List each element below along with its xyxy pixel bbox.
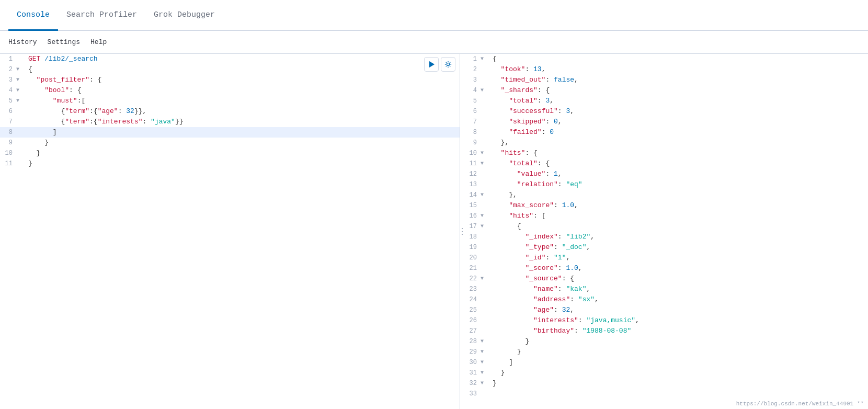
result-fold-button[interactable]: ▼ [479,357,485,368]
line-number: 11 [0,158,13,169]
fold-button[interactable]: ▼ [15,96,21,106]
result-fold-button[interactable]: ▼ [479,368,485,378]
results-panel: 1▼{2 "took": 13,3 "timed_out": false,4▼ … [464,54,868,409]
result-line-10: 10▼ "hits": { [464,148,868,158]
result-line-33: 33 [464,389,868,399]
editor-code-area[interactable]: 1GET /lib2/_search2▼{3▼ "post_filter": {… [0,54,460,409]
result-line-25: 25 "age": 32, [464,305,868,315]
result-fold-button[interactable]: ▼ [479,148,485,158]
results-code-area[interactable]: 1▼{2 "took": 13,3 "timed_out": false,4▼ … [464,54,868,409]
result-line-number: 30 [464,357,477,368]
result-line-number: 32 [464,378,477,389]
result-fold-button[interactable]: ▼ [479,336,485,347]
line-content: {"term":{"interests": "java"}} [26,117,455,127]
result-line-content: "_type": "_doc", [490,242,864,253]
result-line-number: 6 [464,106,477,117]
line-content: } [26,148,455,158]
result-line-content: "failed": 0 [490,127,864,138]
result-line-number: 27 [464,326,477,336]
result-line-content: "interests": "java,music", [490,315,864,326]
result-line-content: "_shards": { [490,85,864,96]
result-line-number: 13 [464,179,477,190]
result-line-content: "address": "sx", [490,294,864,305]
result-line-content: "successful": 3, [490,106,864,117]
result-line-13: 13 "relation": "eq" [464,179,868,190]
result-line-content: "hits": [ [490,211,864,221]
result-line-11: 11▼ "total": { [464,158,868,169]
result-line-26: 26 "interests": "java,music", [464,315,868,326]
result-fold-button[interactable]: ▼ [479,190,485,200]
result-line-content: } [490,368,864,378]
result-fold-button[interactable]: ▼ [479,85,485,96]
result-line-number: 11 [464,158,477,169]
result-fold-button[interactable]: ▼ [479,54,485,64]
result-fold-button[interactable]: ▼ [479,274,485,284]
result-line-22: 22▼ "_source": { [464,274,868,284]
result-line-number: 12 [464,169,477,179]
result-line-content: { [490,54,864,64]
result-line-number: 33 [464,389,477,399]
line-content: {"term":{"age": 32}}, [26,106,455,117]
result-line-content: "_source": { [490,274,864,284]
result-line-number: 7 [464,117,477,127]
result-line-number: 28 [464,336,477,347]
result-line-17: 17▼ { [464,221,868,232]
result-line-content: }, [490,138,864,148]
result-line-7: 7 "skipped": 0, [464,117,868,127]
result-line-24: 24 "address": "sx", [464,294,868,305]
line-number: 7 [0,117,13,127]
result-line-number: 19 [464,242,477,253]
editor-line-5: 5▼ "must":[ [0,96,460,106]
result-line-28: 28▼ } [464,336,868,347]
tab-console[interactable]: Console [8,0,58,31]
editor-line-4: 4▼ "bool": { [0,85,460,96]
result-fold-button[interactable]: ▼ [479,211,485,221]
run-button[interactable] [424,57,439,72]
line-content: ] [26,127,455,138]
result-line-content: "timed_out": false, [490,75,864,85]
editor-line-11: 11} [0,158,460,169]
nav-settings[interactable]: Settings [48,38,80,46]
fold-button[interactable]: ▼ [15,75,21,85]
nav-help[interactable]: Help [90,38,107,46]
result-line-content: "_id": "1", [490,253,864,263]
svg-marker-0 [429,61,435,67]
line-content: "post_filter": { [26,75,455,85]
result-line-1: 1▼{ [464,54,868,64]
settings-button[interactable] [441,57,455,72]
result-line-number: 17 [464,221,477,232]
result-line-30: 30▼ ] [464,357,868,368]
line-number: 9 [0,138,13,148]
editor-line-2: 2▼{ [0,64,460,75]
result-line-content: "total": { [490,158,864,169]
svg-point-1 [447,63,449,65]
result-line-number: 15 [464,200,477,211]
fold-button[interactable]: ▼ [15,64,21,75]
tab-grok-debugger[interactable]: Grok Debugger [145,0,223,31]
line-number: 6 [0,106,13,117]
line-number: 1 [0,54,13,64]
main-content: 1GET /lib2/_search2▼{3▼ "post_filter": {… [0,54,868,409]
result-line-number: 16 [464,211,477,221]
result-fold-button[interactable]: ▼ [479,221,485,232]
result-line-9: 9 }, [464,138,868,148]
nav-history[interactable]: History [8,38,37,46]
result-line-27: 27 "birthday": "1988-08-08" [464,326,868,336]
result-fold-button[interactable]: ▼ [479,158,485,169]
result-line-29: 29▼ } [464,347,868,357]
fold-button[interactable]: ▼ [15,85,21,96]
line-content: GET /lib2/_search [26,54,455,64]
line-number: 5 [0,96,13,106]
result-line-2: 2 "took": 13, [464,64,868,75]
result-line-5: 5 "total": 3, [464,96,868,106]
resize-handle[interactable]: ⋮ [460,54,464,409]
result-fold-button[interactable]: ▼ [479,378,485,389]
result-fold-button[interactable]: ▼ [479,347,485,357]
top-navigation: Console Search Profiler Grok Debugger [0,0,868,31]
result-line-content: "total": 3, [490,96,864,106]
line-content: "bool": { [26,85,455,96]
result-line-18: 18 "_index": "lib2", [464,232,868,242]
editor-line-9: 9 } [0,138,460,148]
tab-search-profiler[interactable]: Search Profiler [58,0,145,31]
result-line-content: "value": 1, [490,169,864,179]
